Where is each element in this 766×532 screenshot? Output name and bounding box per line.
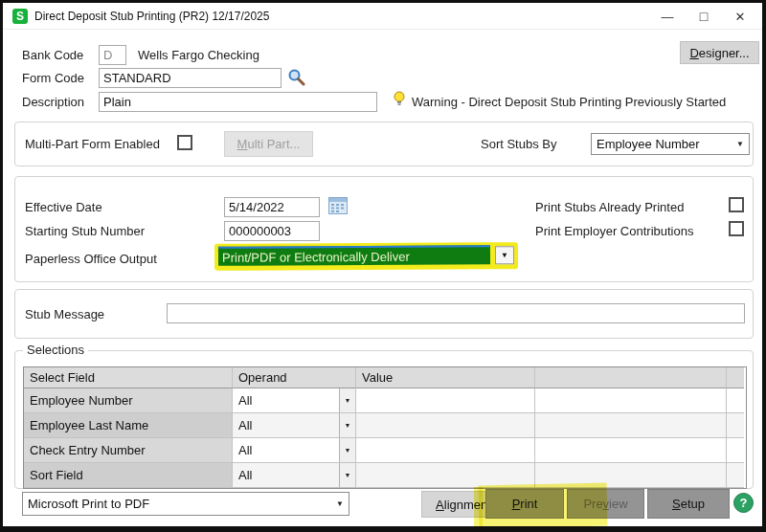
paperless-highlight: Print/PDF or Electronically Deliver ▼ <box>214 242 518 271</box>
column-header: Value <box>356 367 535 388</box>
extra-cell <box>535 463 727 488</box>
chevron-down-icon[interactable]: ▼ <box>339 463 355 487</box>
print-employer-contributions-label: Print Employer Contributions <box>535 224 693 238</box>
stub-message-group: Stub Message <box>14 289 754 339</box>
sort-stubs-by-dropdown[interactable]: Employee Number ▼ <box>591 133 750 155</box>
table-row-field: Employee Last Name <box>24 413 233 438</box>
column-header: Select Field <box>24 367 233 388</box>
selections-group: Selections Select Field Operand Value Em… <box>14 350 754 489</box>
chevron-down-icon[interactable]: ▼ <box>339 413 355 437</box>
designer-button[interactable]: Designer... <box>680 41 759 64</box>
form-code-field[interactable] <box>99 68 282 88</box>
paperless-office-output-value: Print/PDF or Electronically Deliver <box>222 249 410 264</box>
operand-value: All <box>238 393 252 408</box>
multi-part-button: Multi Part... <box>224 131 313 157</box>
operand-cell[interactable]: All▼ <box>233 413 356 438</box>
multipart-checkbox[interactable] <box>177 135 192 150</box>
chevron-down-icon: ▼ <box>736 140 744 148</box>
operand-value: All <box>238 418 252 432</box>
operand-cell[interactable]: All▼ <box>233 438 356 463</box>
table-row-field: Employee Number <box>24 388 233 413</box>
multipart-group: Multi-Part Form Enabled Multi Part... So… <box>14 122 754 166</box>
chevron-down-icon: ▼ <box>336 499 344 508</box>
value-cell[interactable] <box>356 388 535 413</box>
column-header <box>535 367 727 388</box>
value-cell[interactable] <box>356 413 535 438</box>
bank-code-label: Bank Code <box>22 48 83 62</box>
spacer-cell <box>727 463 744 488</box>
chevron-down-icon[interactable]: ▼ <box>495 246 514 264</box>
app-icon: S <box>12 9 28 24</box>
print-employer-contributions-checkbox[interactable] <box>729 221 744 236</box>
lookup-icon[interactable] <box>287 68 305 86</box>
operand-cell[interactable]: All▼ <box>233 463 356 488</box>
preview-button: Preview <box>567 489 644 519</box>
sort-stubs-by-label: Sort Stubs By <box>481 137 556 151</box>
print-stubs-already-printed-label: Print Stubs Already Printed <box>535 200 684 214</box>
chevron-down-icon[interactable]: ▼ <box>339 388 355 412</box>
operand-cell[interactable]: All▼ <box>233 388 356 413</box>
paperless-office-output-label: Paperless Office Output <box>25 252 157 266</box>
dialog-window: S Direct Deposit Stub Printing (PR2) 12/… <box>0 0 766 532</box>
minimize-icon[interactable]: — <box>649 3 686 30</box>
description-label: Description <box>22 95 84 109</box>
spacer-cell <box>727 388 744 413</box>
value-cell[interactable] <box>356 438 535 463</box>
selections-group-label: Selections <box>23 343 88 357</box>
stub-message-label: Stub Message <box>25 307 104 321</box>
starting-stub-number-label: Starting Stub Number <box>25 224 145 238</box>
column-header <box>727 367 744 388</box>
warning-text: Warning - Direct Deposit Stub Printing P… <box>412 95 726 109</box>
extra-cell <box>535 413 727 438</box>
print-options-group: Effective Date Starting Stub Number Pape… <box>14 176 754 282</box>
chevron-down-icon[interactable]: ▼ <box>339 438 355 462</box>
calendar-icon[interactable] <box>328 197 348 214</box>
print-stubs-already-printed-checkbox[interactable] <box>729 197 744 212</box>
print-button[interactable]: Print <box>485 489 564 519</box>
bank-code-description: Wells Fargo Checking <box>138 48 259 62</box>
help-icon[interactable]: ? <box>733 493 754 513</box>
sort-stubs-by-value: Employee Number <box>597 137 700 151</box>
warning-lightbulb-icon <box>394 91 405 107</box>
description-field[interactable] <box>99 92 377 112</box>
effective-date-field[interactable] <box>224 197 320 217</box>
setup-button[interactable]: Setup <box>647 489 730 519</box>
column-header: Operand <box>233 367 356 388</box>
window-title: Direct Deposit Stub Printing (PR2) 12/17… <box>34 3 269 30</box>
table-row-field: Sort Field <box>24 463 233 488</box>
operand-value: All <box>238 443 252 457</box>
spacer-cell <box>727 413 744 438</box>
effective-date-label: Effective Date <box>25 200 102 214</box>
printer-value: Microsoft Print to PDF <box>28 497 149 511</box>
window-controls: — □ ✕ <box>649 3 758 30</box>
title-bar: S Direct Deposit Stub Printing (PR2) 12/… <box>3 3 762 30</box>
extra-cell <box>535 438 727 463</box>
selections-table: Select Field Operand Value Employee Numb… <box>23 366 747 489</box>
table-row-field: Check Entry Number <box>24 438 233 463</box>
maximize-icon[interactable]: □ <box>686 3 722 30</box>
close-icon[interactable]: ✕ <box>722 3 758 30</box>
value-cell[interactable] <box>356 463 535 488</box>
form-code-label: Form Code <box>22 71 84 85</box>
spacer-cell <box>727 438 744 463</box>
multipart-label: Multi-Part Form Enabled <box>25 137 160 151</box>
bank-code-field[interactable] <box>99 45 126 65</box>
stub-message-field[interactable] <box>167 303 745 323</box>
operand-value: All <box>238 468 252 482</box>
starting-stub-number-field[interactable] <box>224 221 320 241</box>
printer-dropdown[interactable]: Microsoft Print to PDF ▼ <box>22 492 349 516</box>
extra-cell <box>535 388 727 413</box>
paperless-office-output-dropdown[interactable]: Print/PDF or Electronically Deliver <box>218 245 490 265</box>
